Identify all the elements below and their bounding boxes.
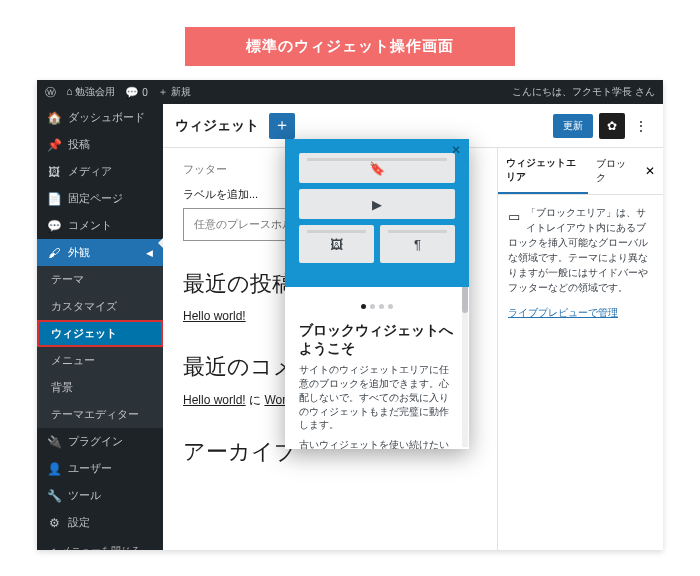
settings-body: ▭ 「ブロックエリア」は、サイトレイアウト内にあるブロックを挿入可能なグローバル… <box>498 195 663 330</box>
more-options-button[interactable]: ⋮ <box>631 113 651 139</box>
menu-label: ダッシュボード <box>68 110 145 125</box>
annotation-banner: 標準のウィジェット操作画面 <box>185 27 515 66</box>
chevron-left-icon: ◀ <box>146 248 153 258</box>
modal-desc-1: サイトのウィジェットエリアに任意のブロックを追加できます。心配しないで。すべての… <box>299 363 455 432</box>
home-icon: ⌂ <box>66 85 73 97</box>
menu-plugins[interactable]: 🔌プラグイン <box>37 428 163 455</box>
page-title: ウィジェット <box>175 117 259 135</box>
gear-icon: ⚙ <box>47 516 61 530</box>
comment-icon: 💬 <box>47 219 61 233</box>
welcome-guide-modal: ✕ 🔖 ▶ 🖼 ¶ ブロックウィジェットへようこそ サイトのウィジェットエリアに… <box>285 139 469 449</box>
menu-label: 外観 <box>68 245 90 260</box>
site-name: 勉強会用 <box>75 86 115 97</box>
recent-post-link[interactable]: Hello world! <box>183 309 246 323</box>
comments-bubble[interactable]: 💬 0 <box>125 86 147 99</box>
menu-users[interactable]: 👤ユーザー <box>37 455 163 482</box>
tile-bookmark: 🔖 <box>299 153 455 183</box>
play-icon: ▶ <box>372 197 382 212</box>
dot-3[interactable] <box>379 304 384 309</box>
menu-appearance[interactable]: 🖌外観 ◀ <box>37 239 163 266</box>
collapse-label: メニューを閉じる <box>61 544 141 550</box>
settings-panel: ウィジェットエリア ブロック ✕ ▭ 「ブロックエリア」は、サイトレイアウト内に… <box>497 148 663 550</box>
submenu-widgets[interactable]: ウィジェット <box>37 320 163 347</box>
submenu-menus[interactable]: メニュー <box>37 347 163 374</box>
modal-desc-2: 古いウィジェットを使い続けたいですか？ Classic Widgets プラグイ… <box>299 438 455 449</box>
menu-label: 設定 <box>68 515 90 530</box>
menu-comments[interactable]: 💬コメント <box>37 212 163 239</box>
admin-menu: 🏠ダッシュボード 📌投稿 🖼メディア 📄固定ページ 💬コメント 🖌外観 ◀ テー… <box>37 104 163 550</box>
dots-icon: ⋮ <box>634 118 648 134</box>
area-description: 「ブロックエリア」は、サイトレイアウト内にあるブロックを挿入可能なグローバルな領… <box>508 207 648 293</box>
new-content-link[interactable]: ＋ 新規 <box>158 85 191 99</box>
menu-label: コメント <box>68 218 112 233</box>
tile-paragraph: ¶ <box>380 225 455 263</box>
wp-admin-window: ⓦ ⌂ 勉強会用 💬 0 ＋ 新規 こんにちは、フクモト学長 さん 🏠ダッシュボ… <box>37 80 663 550</box>
submenu-customize[interactable]: カスタマイズ <box>37 293 163 320</box>
menu-label: 投稿 <box>68 137 90 152</box>
menu-media[interactable]: 🖼メディア <box>37 158 163 185</box>
submenu-background[interactable]: 背景 <box>37 374 163 401</box>
plugin-icon: 🔌 <box>47 435 61 449</box>
menu-label: メディア <box>68 164 112 179</box>
menu-label: 固定ページ <box>68 191 123 206</box>
wp-logo-icon[interactable]: ⓦ <box>45 85 56 100</box>
paragraph-icon: ¶ <box>414 237 421 252</box>
page-icon: 📄 <box>47 192 61 206</box>
menu-settings[interactable]: ⚙設定 <box>37 509 163 536</box>
dot-1[interactable] <box>361 304 366 309</box>
collapse-icon: ◀ <box>47 546 55 551</box>
menu-label: ユーザー <box>68 461 112 476</box>
comment-icon: 💬 <box>125 86 139 98</box>
close-panel-button[interactable]: ✕ <box>637 158 663 184</box>
modal-illustration: ✕ 🔖 ▶ 🖼 ¶ <box>285 139 469 287</box>
settings-tabs: ウィジェットエリア ブロック ✕ <box>498 148 663 195</box>
comments-count: 0 <box>142 87 148 98</box>
comment-post-link[interactable]: Hello world! <box>183 393 246 407</box>
admin-toolbar: ⓦ ⌂ 勉強会用 💬 0 ＋ 新規 こんにちは、フクモト学長 さん <box>37 80 663 104</box>
live-preview-link[interactable]: ライブプレビューで管理 <box>508 305 653 320</box>
menu-dashboard[interactable]: 🏠ダッシュボード <box>37 104 163 131</box>
menu-pages[interactable]: 📄固定ページ <box>37 185 163 212</box>
site-home-link[interactable]: ⌂ 勉強会用 <box>66 85 115 99</box>
bookmark-icon: 🔖 <box>369 161 385 176</box>
modal-body: ブロックウィジェットへようこそ サイトのウィジェットエリアに任意のブロックを追加… <box>285 321 469 449</box>
menu-posts[interactable]: 📌投稿 <box>37 131 163 158</box>
wrench-icon: 🔧 <box>47 489 61 503</box>
brush-icon: 🖌 <box>47 246 61 260</box>
plus-icon: ＋ <box>274 115 290 136</box>
pin-icon: 📌 <box>47 138 61 152</box>
modal-pager-dots[interactable] <box>285 287 469 321</box>
user-icon: 👤 <box>47 462 61 476</box>
submenu-theme-editor[interactable]: テーマエディター <box>37 401 163 428</box>
user-greeting[interactable]: こんにちは、フクモト学長 さん <box>512 85 655 99</box>
menu-tools[interactable]: 🔧ツール <box>37 482 163 509</box>
update-button[interactable]: 更新 <box>553 114 593 138</box>
menu-label: プラグイン <box>68 434 123 449</box>
media-icon: 🖼 <box>47 165 61 179</box>
close-icon: ✕ <box>645 164 655 178</box>
submenu-themes[interactable]: テーマ <box>37 266 163 293</box>
gear-icon: ✿ <box>607 119 617 133</box>
tab-block[interactable]: ブロック <box>588 149 637 193</box>
dot-4[interactable] <box>388 304 393 309</box>
tile-play: ▶ <box>299 189 455 219</box>
layout-icon: ▭ <box>508 207 520 227</box>
collapse-menu[interactable]: ◀ メニューを閉じる <box>37 536 163 550</box>
image-icon: 🖼 <box>330 237 343 252</box>
tile-image: 🖼 <box>299 225 374 263</box>
settings-button[interactable]: ✿ <box>599 113 625 139</box>
menu-label: ツール <box>68 488 101 503</box>
dashboard-icon: 🏠 <box>47 111 61 125</box>
submenu-appearance: テーマ カスタマイズ ウィジェット メニュー 背景 テーマエディター <box>37 266 163 428</box>
tab-widget-area[interactable]: ウィジェットエリア <box>498 148 588 194</box>
dot-2[interactable] <box>370 304 375 309</box>
add-block-button[interactable]: ＋ <box>269 113 295 139</box>
modal-title: ブロックウィジェットへようこそ <box>299 321 455 357</box>
